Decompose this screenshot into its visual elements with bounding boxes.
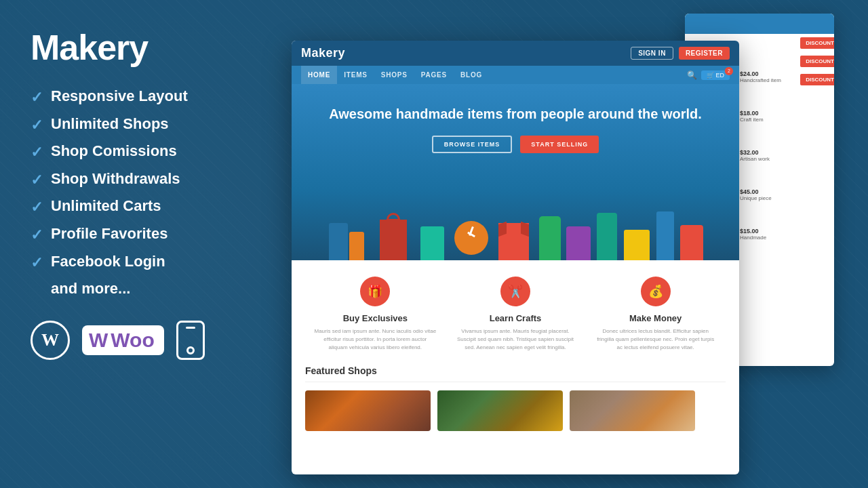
feature-learn-title: Learn Crafts	[454, 313, 576, 323]
discount-badge: DISCOUNT	[800, 74, 834, 85]
badges-row: W W Woo	[31, 321, 237, 360]
browser-auth: SIGN IN REGISTER	[631, 47, 730, 60]
item-green	[539, 216, 561, 260]
feature-buy-desc: Mauris sed iam ipsum ante. Nunc iaculis …	[314, 327, 436, 352]
feature-buy-exclusives: 🎁 Buy Exclusives Mauris sed iam ipsum an…	[314, 277, 436, 352]
discount-badge: DISCOUNT	[800, 37, 834, 49]
item-desc: Artisan work	[740, 156, 770, 162]
discount-badges: DISCOUNT DISCOUNT DISCOUNT	[800, 37, 834, 85]
item-price: $15.00	[740, 228, 766, 235]
list-item: ✓ Unlimited Carts	[31, 197, 237, 218]
check-icon: ✓	[31, 198, 43, 218]
item-price: $24.00	[740, 70, 781, 77]
woo-badge: W Woo	[82, 325, 164, 355]
item-red-medium	[680, 225, 703, 260]
signin-button[interactable]: SIGN IN	[631, 47, 673, 60]
item-teal-box	[420, 226, 444, 260]
list-item: ✓ Responsive Layout	[31, 87, 237, 108]
feature-money-title: Make Money	[595, 313, 717, 323]
check-icon: ✓	[31, 226, 43, 245]
list-item: ✓ Profile Favorites	[31, 224, 237, 245]
make-money-icon: 💰	[641, 277, 671, 306]
browser-main: Makery SIGN IN REGISTER HOME ITEMS SHOPS…	[292, 41, 739, 474]
browser-topbar: Makery SIGN IN REGISTER	[292, 41, 739, 66]
feature-make-money: 💰 Make Money Donec ultrices lectus bland…	[595, 277, 717, 352]
list-item: ✓ Shop Comissions	[31, 142, 237, 163]
nav-item-shops[interactable]: SHOPS	[374, 66, 414, 84]
hero-buttons: BROWSE ITEMS START SELLING	[305, 136, 726, 153]
item-info: $24.00 Handcrafted item	[740, 70, 781, 83]
feature-label: Facebook Login	[51, 252, 165, 272]
left-panel: Makery ✓ Responsive Layout ✓ Unlimited S…	[0, 0, 264, 488]
woo-icon: W	[89, 329, 108, 352]
feature-label: and more...	[51, 279, 130, 299]
shop-thumbnail-2[interactable]	[437, 390, 563, 431]
nav-item-pages[interactable]: PAGES	[414, 66, 454, 84]
browser-logo: Makery	[301, 46, 345, 60]
item-book-orange	[349, 232, 364, 260]
features-list: ✓ Responsive Layout ✓ Unlimited Shops ✓ …	[31, 87, 237, 300]
search-icon[interactable]: 🔍	[687, 70, 697, 80]
check-icon: ✓	[31, 171, 43, 190]
item-info: $18.00 Craft item	[740, 110, 764, 123]
item-desc: Handcrafted item	[740, 77, 781, 83]
nav-items: HOME ITEMS SHOPS PAGES BLOG	[301, 66, 489, 84]
item-shirt	[498, 223, 529, 260]
cart-count: 2	[725, 67, 732, 75]
featured-shops-title: Featured Shops	[305, 365, 726, 382]
shops-row	[305, 390, 726, 431]
feature-buy-title: Buy Exclusives	[314, 313, 436, 323]
features-section: 🎁 Buy Exclusives Mauris sed iam ipsum an…	[292, 260, 739, 445]
item-price: $18.00	[740, 110, 764, 117]
shop-thumbnail-1[interactable]	[305, 390, 431, 431]
discount-badge: DISCOUNT	[800, 56, 834, 67]
item-bag-red	[380, 220, 407, 260]
feature-money-desc: Donec ultrices lectus blandit. Efficitur…	[595, 327, 717, 352]
woo-text: Woo	[111, 329, 154, 352]
item-teal-tall	[597, 213, 617, 260]
item-yellow	[624, 230, 650, 260]
item-desc: Handmade	[740, 235, 766, 241]
wordpress-icon: W	[41, 330, 59, 350]
item-price: $32.00	[740, 149, 770, 156]
nav-search: 🔍 🛒 ED 2	[687, 70, 730, 80]
list-item: ✓ Facebook Login	[31, 252, 237, 273]
secondary-header	[685, 14, 834, 34]
wordpress-badge: W	[31, 321, 70, 360]
feature-label: Responsive Layout	[51, 87, 188, 106]
nav-item-items[interactable]: ITEMS	[337, 66, 374, 84]
item-price: $45.00	[740, 188, 772, 195]
start-selling-button[interactable]: START SELLING	[520, 136, 599, 153]
brand-title: Makery	[31, 27, 237, 68]
browser-nav: HOME ITEMS SHOPS PAGES BLOG 🔍 🛒 ED 2	[292, 66, 739, 84]
learn-crafts-icon: ✂️	[500, 277, 530, 306]
feature-label: Profile Favorites	[51, 224, 167, 244]
item-info: $45.00 Unique piece	[740, 188, 772, 201]
item-blue-tall	[656, 211, 674, 260]
feature-label: Shop Comissions	[51, 142, 177, 161]
item-purple	[566, 226, 591, 260]
shop-thumbnail-3[interactable]	[570, 390, 695, 431]
item-book-blue	[329, 223, 348, 260]
nav-item-blog[interactable]: BLOG	[454, 66, 489, 84]
feature-label: Unlimited Carts	[51, 197, 161, 216]
nav-item-home[interactable]: HOME	[301, 66, 337, 84]
register-button[interactable]: REGISTER	[679, 47, 730, 60]
feature-learn-desc: Vivamus ipsum ante. Mauris feugiat place…	[454, 327, 576, 352]
item-desc: Craft item	[740, 117, 764, 123]
feature-learn-crafts: ✂️ Learn Crafts Vivamus ipsum ante. Maur…	[454, 277, 576, 352]
item-info: $15.00 Handmade	[740, 228, 766, 241]
hero-title: Awesome handmade items from people aroun…	[305, 104, 726, 123]
item-clock	[454, 221, 488, 255]
list-item: ✓ Shop Withdrawals	[31, 169, 237, 190]
check-icon: ✓	[31, 116, 43, 136]
check-icon: ✓	[31, 88, 43, 108]
hero-section: Awesome handmade items from people aroun…	[292, 84, 739, 260]
cart-badge[interactable]: 🛒 ED 2	[701, 70, 730, 80]
browse-items-button[interactable]: BROWSE ITEMS	[432, 136, 513, 153]
buy-exclusives-icon: 🎁	[360, 277, 390, 306]
features-row: 🎁 Buy Exclusives Mauris sed iam ipsum an…	[305, 277, 726, 352]
item-info: $32.00 Artisan work	[740, 149, 770, 162]
item-desc: Unique piece	[740, 195, 772, 201]
mobile-badge	[176, 321, 205, 360]
